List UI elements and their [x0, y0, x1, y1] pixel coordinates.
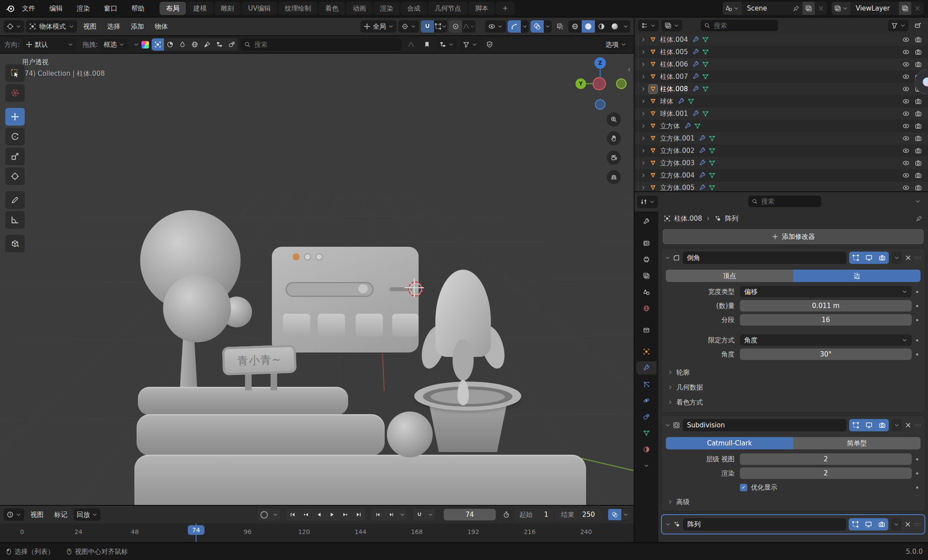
tab-world[interactable]: [637, 302, 656, 315]
platform-middle[interactable]: [137, 414, 385, 456]
platform-top[interactable]: [138, 387, 348, 415]
eye-icon[interactable]: [902, 98, 909, 105]
menu-render[interactable]: 渲染: [70, 4, 97, 13]
eye-icon[interactable]: [902, 61, 909, 68]
modifier-name-field[interactable]: 阵列: [683, 518, 846, 530]
workspace-tab-modeling[interactable]: 建模: [187, 2, 213, 15]
hierarchy-filter-dropdown[interactable]: [436, 38, 457, 51]
subdivision-catmull-clark[interactable]: Catmull-Clark: [666, 437, 793, 449]
eye-icon[interactable]: [902, 159, 909, 167]
subpanel-profile[interactable]: 轮廓: [661, 365, 925, 380]
tool-move[interactable]: [5, 108, 25, 126]
panel-expand-icon[interactable]: [665, 522, 671, 527]
camera-icon[interactable]: [915, 36, 922, 43]
workspace-tab-rendering[interactable]: 渲染: [373, 2, 400, 15]
eye-icon[interactable]: [902, 184, 909, 191]
tab-material[interactable]: [637, 443, 656, 456]
select-copy-mode[interactable]: [213, 38, 226, 51]
shading-wireframe-button[interactable]: [568, 20, 582, 33]
animate-dot[interactable]: [916, 339, 918, 341]
scene-unlink-button[interactable]: [815, 2, 827, 15]
tab-scene[interactable]: [637, 286, 656, 299]
properties-search-field[interactable]: [748, 196, 821, 207]
console-key[interactable]: [356, 314, 383, 337]
snap-settings-dropdown[interactable]: [434, 20, 447, 33]
outliner-search-input[interactable]: [713, 21, 775, 30]
show-gizmos-toggle[interactable]: [508, 20, 521, 33]
shading-rendered-button[interactable]: [608, 20, 621, 33]
workspace-tab-scripting[interactable]: 脚本: [468, 2, 495, 15]
tool-add-primitive[interactable]: [5, 235, 25, 252]
step-forward-button[interactable]: [385, 509, 398, 520]
levels-viewport-field[interactable]: 2: [740, 453, 912, 465]
scene-copy-button[interactable]: [802, 2, 815, 15]
pivot-point-dropdown[interactable]: [398, 20, 419, 33]
menu-select[interactable]: 选择: [103, 22, 125, 31]
subpanel-advanced[interactable]: 高级: [661, 494, 925, 509]
gizmo-axis-y[interactable]: Y: [575, 78, 586, 89]
segments-field[interactable]: 16: [740, 314, 912, 326]
current-frame-field[interactable]: 74: [444, 509, 496, 520]
menu-window[interactable]: 窗口: [97, 4, 124, 13]
jump-to-start-button[interactable]: [286, 509, 299, 520]
display-in-viewport-toggle[interactable]: [862, 419, 876, 431]
play-button[interactable]: [326, 509, 339, 520]
outliner-row[interactable]: 柱体.007: [635, 70, 928, 83]
xray-toggle[interactable]: [553, 20, 567, 33]
show-overlays-toggle[interactable]: [531, 20, 544, 33]
new-collection-button[interactable]: [911, 19, 924, 32]
animate-dot[interactable]: [916, 458, 918, 460]
eye-icon[interactable]: [902, 110, 909, 117]
animate-dot[interactable]: [916, 319, 918, 321]
display-in-render-toggle[interactable]: [876, 252, 889, 264]
bevel-affect-edges[interactable]: 边: [793, 270, 921, 282]
jump-to-end-button[interactable]: [352, 509, 365, 520]
gizmo-axis-x[interactable]: [593, 77, 606, 90]
display-in-render-toggle[interactable]: [876, 419, 889, 431]
tab-output[interactable]: [637, 253, 656, 266]
tool-color-icon[interactable]: [141, 41, 149, 48]
eye-icon[interactable]: [902, 73, 909, 80]
shading-dropdown[interactable]: [621, 20, 630, 33]
workspace-tab-texture-paint[interactable]: 纹理绘制: [278, 2, 318, 15]
falloff-curve-button[interactable]: [405, 38, 418, 51]
modifier-name-field[interactable]: 倒角: [683, 252, 846, 264]
camera-icon[interactable]: [915, 48, 922, 56]
shading-solid-button[interactable]: [582, 20, 595, 33]
select-clamp-mode[interactable]: [226, 38, 238, 51]
playhead[interactable]: 74: [188, 525, 204, 535]
transform-orientation-dropdown[interactable]: 全局: [360, 20, 397, 33]
tool-measure[interactable]: [5, 211, 25, 229]
display-in-render-toggle[interactable]: [875, 518, 888, 530]
step-back-button[interactable]: [371, 509, 385, 520]
overlays-dropdown[interactable]: [544, 20, 552, 33]
menu-view[interactable]: 视图: [79, 22, 101, 31]
workspace-tab-layout[interactable]: 布局: [160, 2, 186, 15]
frame-start-field[interactable]: 起始1: [513, 511, 555, 519]
animate-dot[interactable]: [916, 472, 918, 475]
menu-add[interactable]: 添加: [126, 22, 148, 31]
viewlayer-name[interactable]: ViewLayer: [850, 4, 899, 12]
platform-base[interactable]: [134, 455, 586, 505]
add-modifier-button[interactable]: 添加修改器: [663, 229, 924, 244]
tool-transform[interactable]: [5, 167, 25, 185]
auto-keying-toggle[interactable]: [258, 509, 271, 520]
outliner-display-mode-button[interactable]: [661, 20, 682, 31]
outliner-row[interactable]: 立方体.002: [635, 145, 928, 157]
modifier-extras-dropdown[interactable]: [891, 252, 902, 264]
menu-edit[interactable]: 编辑: [42, 4, 70, 13]
drag-mode-dropdown[interactable]: 框选: [100, 38, 127, 51]
tool-search-field[interactable]: [241, 38, 402, 51]
timeline-menu-playback[interactable]: 回放: [74, 508, 100, 521]
workspace-tab-shading[interactable]: 着色: [319, 2, 345, 15]
shield-icon[interactable]: [483, 38, 496, 51]
remove-modifier-icon[interactable]: [904, 521, 911, 528]
gizmos-dropdown[interactable]: [521, 20, 529, 33]
subpanel-geometry[interactable]: 几何数据: [661, 380, 925, 395]
step-dropdown[interactable]: [398, 509, 407, 520]
display-in-viewport-toggle[interactable]: [862, 252, 876, 264]
camera-icon[interactable]: [915, 110, 922, 117]
tab-tool[interactable]: [637, 215, 656, 228]
snap-toggle[interactable]: [421, 20, 434, 33]
bookmark-icon[interactable]: [420, 38, 434, 51]
